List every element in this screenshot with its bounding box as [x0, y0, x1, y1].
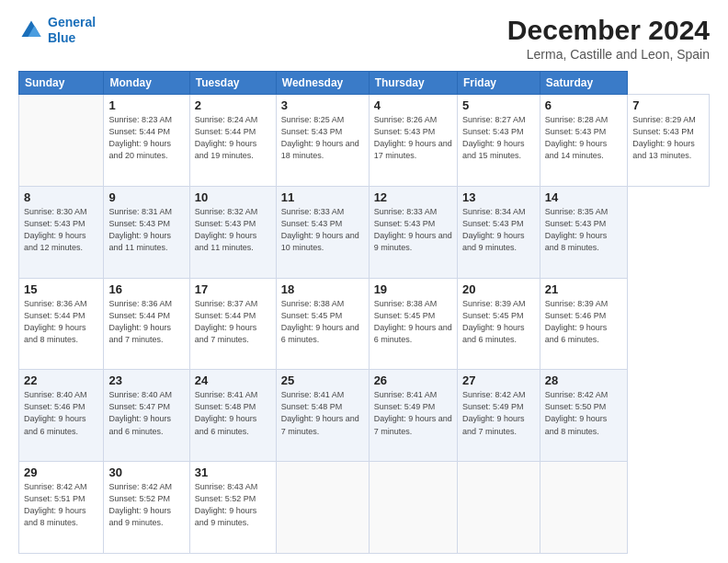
- logo-text: General Blue: [48, 15, 96, 46]
- day-header-wednesday: Wednesday: [276, 72, 369, 95]
- page: General Blue December 2024 Lerma, Castil…: [0, 0, 728, 563]
- day-number: 22: [24, 373, 98, 387]
- day-info: Sunrise: 8:28 AM Sunset: 5:43 PM Dayligh…: [545, 114, 622, 162]
- day-info: Sunrise: 8:33 AM Sunset: 5:43 PM Dayligh…: [281, 206, 364, 254]
- day-info: Sunrise: 8:39 AM Sunset: 5:46 PM Dayligh…: [545, 298, 622, 346]
- day-info: Sunrise: 8:34 AM Sunset: 5:43 PM Dayligh…: [462, 206, 535, 254]
- day-info: Sunrise: 8:33 AM Sunset: 5:43 PM Dayligh…: [374, 206, 452, 254]
- day-info: Sunrise: 8:41 AM Sunset: 5:48 PM Dayligh…: [281, 389, 364, 437]
- logo: General Blue: [18, 15, 96, 46]
- calendar-week-2: 8 Sunrise: 8:30 AM Sunset: 5:43 PM Dayli…: [19, 186, 710, 278]
- day-number: 19: [374, 282, 452, 296]
- day-number: 25: [281, 373, 364, 387]
- day-header-tuesday: Tuesday: [189, 72, 276, 95]
- day-number: 20: [462, 282, 535, 296]
- day-number: 26: [374, 373, 452, 387]
- calendar-cell: 28 Sunrise: 8:42 AM Sunset: 5:50 PM Dayl…: [540, 370, 627, 462]
- day-info: Sunrise: 8:35 AM Sunset: 5:43 PM Dayligh…: [545, 206, 622, 254]
- calendar-table: SundayMondayTuesdayWednesdayThursdayFrid…: [18, 71, 710, 554]
- subtitle: Lerma, Castille and Leon, Spain: [507, 47, 710, 62]
- day-number: 1: [108, 98, 184, 112]
- day-info: Sunrise: 8:37 AM Sunset: 5:44 PM Dayligh…: [195, 298, 271, 346]
- calendar-week-1: 1 Sunrise: 8:23 AM Sunset: 5:44 PM Dayli…: [19, 95, 710, 187]
- calendar-cell: 19 Sunrise: 8:38 AM Sunset: 5:45 PM Dayl…: [369, 278, 457, 370]
- day-info: Sunrise: 8:40 AM Sunset: 5:47 PM Dayligh…: [108, 389, 184, 437]
- day-number: 16: [108, 282, 184, 296]
- day-info: Sunrise: 8:42 AM Sunset: 5:52 PM Dayligh…: [108, 481, 184, 529]
- calendar-cell: 26 Sunrise: 8:41 AM Sunset: 5:49 PM Dayl…: [369, 370, 457, 462]
- day-info: Sunrise: 8:43 AM Sunset: 5:52 PM Dayligh…: [195, 481, 271, 529]
- day-number: 24: [195, 373, 271, 387]
- day-info: Sunrise: 8:25 AM Sunset: 5:43 PM Dayligh…: [281, 114, 364, 162]
- calendar-cell: 18 Sunrise: 8:38 AM Sunset: 5:45 PM Dayl…: [276, 278, 369, 370]
- header: General Blue December 2024 Lerma, Castil…: [18, 15, 710, 62]
- calendar-cell: 7 Sunrise: 8:29 AM Sunset: 5:43 PM Dayli…: [628, 95, 710, 187]
- title-area: December 2024 Lerma, Castille and Leon, …: [507, 15, 710, 62]
- day-number: 12: [374, 190, 452, 204]
- calendar-cell: [19, 95, 104, 187]
- calendar-week-5: 29 Sunrise: 8:42 AM Sunset: 5:51 PM Dayl…: [19, 462, 710, 554]
- day-number: 21: [545, 282, 622, 296]
- calendar-cell: 30 Sunrise: 8:42 AM Sunset: 5:52 PM Dayl…: [104, 462, 189, 554]
- day-number: 6: [545, 98, 622, 112]
- day-number: 17: [195, 282, 271, 296]
- day-info: Sunrise: 8:24 AM Sunset: 5:44 PM Dayligh…: [195, 114, 271, 162]
- calendar-cell: [369, 462, 457, 554]
- day-number: 18: [281, 282, 364, 296]
- day-info: Sunrise: 8:30 AM Sunset: 5:43 PM Dayligh…: [24, 206, 98, 254]
- day-number: 23: [108, 373, 184, 387]
- calendar-cell: [276, 462, 369, 554]
- day-number: 29: [24, 465, 98, 479]
- day-header-sunday: Sunday: [19, 72, 104, 95]
- day-info: Sunrise: 8:42 AM Sunset: 5:50 PM Dayligh…: [545, 389, 622, 437]
- calendar-header-row: SundayMondayTuesdayWednesdayThursdayFrid…: [19, 72, 710, 95]
- day-info: Sunrise: 8:23 AM Sunset: 5:44 PM Dayligh…: [108, 114, 184, 162]
- day-number: 31: [195, 465, 271, 479]
- day-header-friday: Friday: [457, 72, 540, 95]
- day-number: 10: [195, 190, 271, 204]
- day-info: Sunrise: 8:36 AM Sunset: 5:44 PM Dayligh…: [24, 298, 98, 346]
- day-number: 30: [108, 465, 184, 479]
- calendar-cell: 12 Sunrise: 8:33 AM Sunset: 5:43 PM Dayl…: [369, 186, 457, 278]
- day-info: Sunrise: 8:41 AM Sunset: 5:48 PM Dayligh…: [195, 389, 271, 437]
- day-number: 3: [281, 98, 364, 112]
- calendar-cell: 14 Sunrise: 8:35 AM Sunset: 5:43 PM Dayl…: [540, 186, 627, 278]
- day-number: 11: [281, 190, 364, 204]
- calendar-cell: 8 Sunrise: 8:30 AM Sunset: 5:43 PM Dayli…: [19, 186, 104, 278]
- day-info: Sunrise: 8:26 AM Sunset: 5:43 PM Dayligh…: [374, 114, 452, 162]
- logo-icon: [18, 17, 44, 43]
- day-info: Sunrise: 8:39 AM Sunset: 5:45 PM Dayligh…: [462, 298, 535, 346]
- day-header-saturday: Saturday: [540, 72, 627, 95]
- calendar-cell: 24 Sunrise: 8:41 AM Sunset: 5:48 PM Dayl…: [189, 370, 276, 462]
- day-number: 4: [374, 98, 452, 112]
- day-number: 15: [24, 282, 98, 296]
- day-number: 27: [462, 373, 535, 387]
- calendar-week-3: 15 Sunrise: 8:36 AM Sunset: 5:44 PM Dayl…: [19, 278, 710, 370]
- calendar-cell: 2 Sunrise: 8:24 AM Sunset: 5:44 PM Dayli…: [189, 95, 276, 187]
- day-info: Sunrise: 8:36 AM Sunset: 5:44 PM Dayligh…: [108, 298, 184, 346]
- calendar-cell: 17 Sunrise: 8:37 AM Sunset: 5:44 PM Dayl…: [189, 278, 276, 370]
- calendar-cell: 6 Sunrise: 8:28 AM Sunset: 5:43 PM Dayli…: [540, 95, 627, 187]
- day-info: Sunrise: 8:41 AM Sunset: 5:49 PM Dayligh…: [374, 389, 452, 437]
- day-number: 9: [108, 190, 184, 204]
- logo-line2: Blue: [48, 30, 75, 45]
- calendar-cell: 9 Sunrise: 8:31 AM Sunset: 5:43 PM Dayli…: [104, 186, 189, 278]
- day-info: Sunrise: 8:31 AM Sunset: 5:43 PM Dayligh…: [108, 206, 184, 254]
- calendar-cell: 29 Sunrise: 8:42 AM Sunset: 5:51 PM Dayl…: [19, 462, 104, 554]
- day-info: Sunrise: 8:42 AM Sunset: 5:49 PM Dayligh…: [462, 389, 535, 437]
- calendar-cell: 13 Sunrise: 8:34 AM Sunset: 5:43 PM Dayl…: [457, 186, 540, 278]
- day-number: 8: [24, 190, 98, 204]
- day-info: Sunrise: 8:32 AM Sunset: 5:43 PM Dayligh…: [195, 206, 271, 254]
- calendar-cell: [457, 462, 540, 554]
- day-number: 5: [462, 98, 535, 112]
- calendar-cell: 4 Sunrise: 8:26 AM Sunset: 5:43 PM Dayli…: [369, 95, 457, 187]
- day-info: Sunrise: 8:29 AM Sunset: 5:43 PM Dayligh…: [632, 114, 704, 162]
- calendar-cell: 11 Sunrise: 8:33 AM Sunset: 5:43 PM Dayl…: [276, 186, 369, 278]
- day-number: 28: [545, 373, 622, 387]
- calendar-cell: 10 Sunrise: 8:32 AM Sunset: 5:43 PM Dayl…: [189, 186, 276, 278]
- calendar-cell: 1 Sunrise: 8:23 AM Sunset: 5:44 PM Dayli…: [104, 95, 189, 187]
- calendar-cell: 21 Sunrise: 8:39 AM Sunset: 5:46 PM Dayl…: [540, 278, 627, 370]
- day-info: Sunrise: 8:40 AM Sunset: 5:46 PM Dayligh…: [24, 389, 98, 437]
- calendar-cell: 31 Sunrise: 8:43 AM Sunset: 5:52 PM Dayl…: [189, 462, 276, 554]
- day-info: Sunrise: 8:42 AM Sunset: 5:51 PM Dayligh…: [24, 481, 98, 529]
